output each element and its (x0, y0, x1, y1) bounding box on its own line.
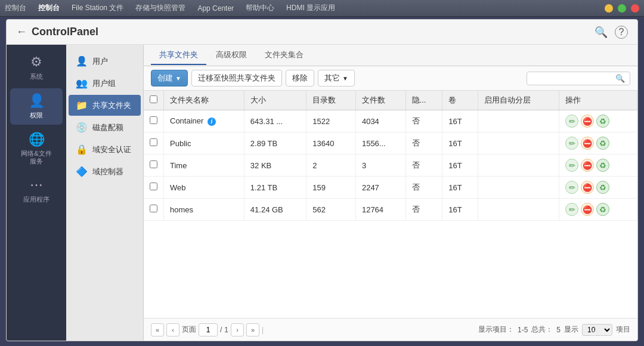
edit-button-1[interactable]: ✏ (565, 137, 578, 150)
row-hidden-cell-4: 否 (405, 199, 442, 221)
tab-shared-folder[interactable]: 共享文件夹 (151, 46, 206, 65)
stop-button-1[interactable]: ⛔ (581, 137, 594, 150)
tab-file-aggregate[interactable]: 文件夹集合 (256, 46, 312, 65)
next-page-button[interactable]: › (231, 323, 244, 336)
folders-table: 文件夹名称 大小 目录数 文件数 隐... 卷 启用自动分层 操作 (144, 91, 637, 221)
edit-button-0[interactable]: ✏ (565, 115, 578, 128)
sidebar-item-permissions[interactable]: 👤 权限 (10, 88, 63, 125)
taskbar-item-1[interactable]: 控制台 (38, 3, 60, 13)
edit-button-4[interactable]: ✏ (565, 203, 578, 216)
page-input[interactable] (199, 323, 218, 336)
sub-sidebar-item-domain-security[interactable]: 🔒 域安全认证 (69, 139, 141, 160)
show-label: 显示 (564, 325, 578, 335)
row-checkbox-0[interactable] (150, 116, 157, 124)
create-button[interactable]: 创建 ▼ (151, 70, 188, 86)
table-row: Public 2.89 TB 13640 1556... 否 16T ✏ ⛔ ♻ (144, 132, 637, 155)
tab-advanced-perms[interactable]: 高级权限 (208, 46, 255, 65)
taskbar-item-3[interactable]: 存储与快照管管 (135, 3, 185, 13)
column-header-dir-count: 目录数 (306, 91, 356, 110)
column-header-volume: 卷 (442, 91, 478, 110)
table-row: homes 41.24 GB 562 12764 否 16T ✏ ⛔ ♻ (144, 199, 637, 221)
other-button[interactable]: 其它 ▼ (318, 70, 355, 86)
row-file-count-cell-3: 2247 (355, 177, 405, 199)
search-button[interactable]: 🔍 (595, 26, 608, 39)
toolbar: 创建 ▼ 迁移至快照共享文件夹 移除 其它 ▼ 🔍 (144, 66, 637, 91)
row-actions-cell-3: ✏ ⛔ ♻ (559, 177, 637, 199)
row-checkbox-3[interactable] (150, 183, 157, 190)
globe-icon: 🌐 (29, 132, 45, 147)
search-input[interactable] (532, 74, 615, 83)
taskbar-item-6[interactable]: HDMI 显示应用 (286, 3, 335, 13)
sub-sidebar-item-disk-quota[interactable]: 💿 磁盘配额 (69, 117, 141, 138)
taskbar-item-0[interactable]: 控制台 (5, 3, 26, 13)
column-header-auto-layer: 启用自动分层 (478, 91, 559, 110)
diamond-icon: 🔷 (76, 166, 88, 177)
folder-name-1: Public (170, 139, 191, 148)
sidebar-item-system[interactable]: ⚙ 系统 (10, 50, 63, 86)
help-button[interactable]: ? (615, 26, 628, 39)
delete-button-4[interactable]: ♻ (596, 203, 609, 216)
sub-sidebar-item-users[interactable]: 👤 用户 (69, 51, 141, 72)
folder-name-4: homes (170, 205, 193, 214)
range-value: 1-5 (518, 326, 528, 334)
sidebar-item-network[interactable]: 🌐 网络&文件服务 (10, 127, 63, 170)
delete-button-2[interactable]: ♻ (596, 159, 609, 172)
stop-button-3[interactable]: ⛔ (581, 181, 594, 194)
sub-sidebar-item-shared-folders[interactable]: 📁 共享文件夹 (69, 95, 141, 116)
column-header-actions: 操作 (559, 91, 637, 110)
sidebar-item-apps[interactable]: ⋯ 应用程序 (10, 172, 63, 209)
row-size-cell-3: 1.21 TB (244, 177, 306, 199)
table-row: Web 1.21 TB 159 2247 否 16T ✏ ⛔ ♻ (144, 177, 637, 199)
row-checkbox-4[interactable] (150, 205, 157, 212)
sub-sidebar-item-usergroups[interactable]: 👥 用户组 (69, 73, 141, 94)
maximize-button[interactable] (618, 4, 626, 13)
action-icons-3: ✏ ⛔ ♻ (565, 181, 631, 194)
stop-button-0[interactable]: ⛔ (581, 115, 594, 128)
edit-button-3[interactable]: ✏ (565, 181, 578, 194)
column-header-hidden: 隐... (405, 91, 442, 110)
sidebar-item-apps-label: 应用程序 (23, 195, 49, 204)
taskbar-item-5[interactable]: 帮助中心 (246, 3, 274, 13)
prev-page-button[interactable]: ‹ (166, 323, 179, 336)
delete-button-3[interactable]: ♻ (596, 181, 609, 194)
page-separator: / (220, 326, 222, 334)
row-volume-cell-3: 16T (442, 177, 478, 199)
row-auto-layer-cell-0 (478, 110, 559, 132)
sub-sidebar-item-domain-controller[interactable]: 🔷 域控制器 (69, 161, 141, 182)
edit-button-2[interactable]: ✏ (565, 159, 578, 172)
last-page-button[interactable]: » (246, 323, 259, 336)
minimize-button[interactable] (605, 4, 613, 13)
action-icons-4: ✏ ⛔ ♻ (565, 203, 631, 216)
row-checkbox-cell (144, 177, 164, 199)
row-volume-cell-1: 16T (442, 132, 478, 155)
row-size-cell-0: 643.31 ... (244, 110, 306, 132)
pagination: « ‹ 页面 / 1 › » | 显示项目： 1-5 总共： 5 显示 10 2… (144, 318, 637, 341)
stop-button-4[interactable]: ⛔ (581, 203, 594, 216)
taskbar-item-2[interactable]: File Station 文件 (72, 3, 123, 13)
create-label: 创建 (157, 73, 173, 84)
stop-button-2[interactable]: ⛔ (581, 159, 594, 172)
select-all-checkbox[interactable] (150, 95, 157, 103)
first-page-button[interactable]: « (151, 323, 164, 336)
row-checkbox-2[interactable] (150, 160, 157, 168)
action-icons-2: ✏ ⛔ ♻ (565, 159, 631, 172)
main-window: ← ControlPanel 🔍 ? ⚙ 系统 👤 权限 🌐 网络&文件服务 (6, 19, 638, 341)
watermark: 值 什么值得买 (590, 329, 634, 339)
row-checkbox-1[interactable] (150, 138, 157, 146)
row-dir-count-cell-0: 1522 (306, 110, 356, 132)
row-name-cell-0: Container i (164, 110, 244, 132)
back-button[interactable]: ← (16, 26, 27, 38)
folder-icon: 📁 (76, 100, 88, 111)
delete-button-0[interactable]: ♻ (596, 115, 609, 128)
sub-sidebar-domain-security-label: 域安全认证 (92, 144, 131, 155)
info-icon[interactable]: i (208, 118, 216, 126)
row-checkbox-cell (144, 132, 164, 155)
migrate-button[interactable]: 迁移至快照共享文件夹 (191, 70, 282, 86)
close-button[interactable] (631, 4, 639, 13)
delete-button-1[interactable]: ♻ (596, 137, 609, 150)
row-checkbox-cell (144, 155, 164, 177)
row-hidden-cell-0: 否 (405, 110, 442, 132)
row-name-cell-2: Time (164, 155, 244, 177)
taskbar-item-4[interactable]: App Center (197, 4, 234, 13)
remove-button[interactable]: 移除 (286, 70, 314, 86)
